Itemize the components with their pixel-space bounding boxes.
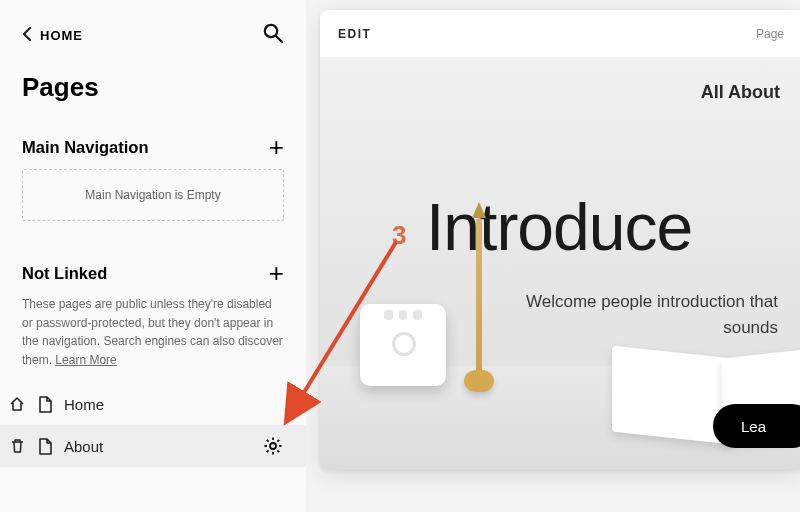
edit-button[interactable]: EDIT xyxy=(338,27,371,41)
hero-pencil xyxy=(476,218,482,374)
main-nav-empty: Main Navigation is Empty xyxy=(22,169,284,221)
chevron-left-icon xyxy=(22,27,34,44)
svg-line-1 xyxy=(276,36,282,42)
not-linked-heading: Not Linked xyxy=(22,264,107,283)
page-title: Pages xyxy=(0,72,306,125)
trash-icon[interactable] xyxy=(8,437,26,455)
home-icon xyxy=(8,395,26,413)
svg-point-2 xyxy=(270,443,276,449)
main-nav-section: Main Navigation + Main Navigation is Emp… xyxy=(0,125,306,251)
preview-topbar: EDIT Page xyxy=(320,10,800,58)
back-button[interactable]: HOME xyxy=(22,27,83,44)
annotation-number: 3 xyxy=(392,220,406,251)
hero-body-text: Welcome people introduction that sounds xyxy=(494,289,778,342)
add-not-linked-button[interactable]: + xyxy=(269,260,284,286)
not-linked-section: Not Linked + These pages are public unle… xyxy=(0,251,306,383)
add-main-nav-button[interactable]: + xyxy=(269,134,284,160)
hero-pencil-base xyxy=(464,370,494,392)
hero-section: All About Introduce Welcome people intro… xyxy=(320,58,800,470)
not-linked-description: These pages are public unless they're di… xyxy=(22,295,284,383)
sidebar-header: HOME xyxy=(0,22,306,72)
main-nav-heading: Main Navigation xyxy=(22,138,149,157)
search-icon[interactable] xyxy=(262,22,284,48)
page-list: Home About xyxy=(0,383,306,467)
sidebar: HOME Pages Main Navigation + Main Naviga… xyxy=(0,0,306,512)
back-label: HOME xyxy=(40,28,83,43)
page-label: Home xyxy=(64,396,284,413)
hero-device xyxy=(360,304,446,386)
cta-button[interactable]: Lea xyxy=(713,404,800,448)
gear-icon[interactable] xyxy=(262,435,284,457)
page-row-about[interactable]: About xyxy=(0,425,306,467)
learn-more-link[interactable]: Learn More xyxy=(55,353,116,367)
hero-subtitle: All About xyxy=(344,82,780,103)
page-label: About xyxy=(64,438,252,455)
page-row-home[interactable]: Home xyxy=(0,383,306,425)
page-icon xyxy=(36,395,54,413)
preview-pane: EDIT Page All About Introduce Welcome pe… xyxy=(306,0,800,512)
page-icon xyxy=(36,437,54,455)
page-type-badge: Page xyxy=(756,27,784,41)
